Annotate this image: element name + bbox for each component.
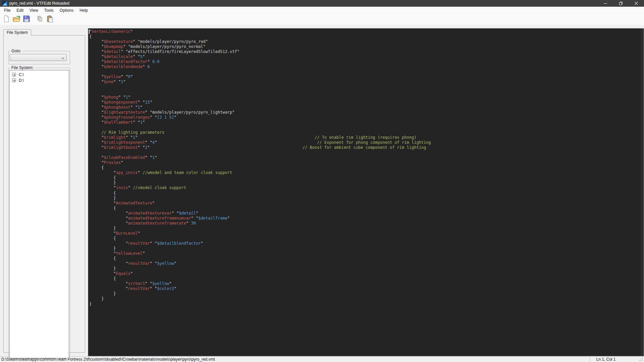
code-line: "animatedtexturevar" "$detail" [89, 211, 641, 216]
menu-item-view[interactable]: View [26, 7, 41, 14]
code-line: "$basetexture" "models/player/pyro/pyro_… [89, 39, 641, 44]
expand-plus-icon[interactable] [12, 73, 16, 76]
toolbar [0, 14, 644, 25]
code-line: "$cloakPassEnabled" "1" [89, 155, 641, 160]
code-line: "$halflambert" "1" [89, 120, 641, 125]
statusbar-grip-zone [622, 357, 644, 362]
chevron-down-icon [61, 55, 64, 61]
goto-group: Goto: [8, 51, 70, 64]
tree-item-c-drive[interactable]: C:\ [10, 72, 68, 77]
statusbar: D:\Steam\steamapps\common\Team Fortress … [0, 356, 644, 362]
close-button[interactable] [629, 0, 644, 7]
code-line: "$yellow" "0" [89, 74, 641, 79]
code-line: } [89, 266, 641, 271]
code-line: "$rimlightboost" "2" // Boost for ambien… [89, 145, 641, 150]
code-line: "AnimatedTexture" [89, 201, 641, 206]
code-line: "resultVar" "$yellow" [89, 261, 641, 266]
file-system-label: File System: [10, 65, 35, 70]
menu-item-options[interactable]: Options [57, 7, 76, 14]
code-line: "$phongfresnelranges" "[2 1 5]" [89, 115, 641, 120]
code-line: { [89, 236, 641, 241]
save-floppy-icon [23, 15, 30, 24]
code-line: "$bumpmap" "models/player/pyro/pyro_norm… [89, 44, 641, 49]
code-line: "$lightwarptexture" "models/player/pyro/… [89, 110, 641, 115]
code-line: { [89, 34, 641, 39]
code-line: { [89, 191, 641, 196]
copy-icon [36, 15, 44, 24]
tab-file-system[interactable]: File System [3, 29, 31, 36]
code-line: "$phongexponent" "15" [89, 100, 641, 105]
code-line: } [89, 196, 641, 201]
code-line: "spy_invis" //wmodel and team color cloa… [89, 170, 641, 175]
code-line: "invis" //vmodel cloak support [89, 185, 641, 190]
tree-item-d-drive[interactable]: D:\ [10, 77, 68, 83]
code-line: { [89, 276, 641, 281]
code-line: { [89, 165, 641, 170]
expand-plus-icon[interactable] [12, 78, 16, 82]
cursor-position: Ln 1, Col 1 [590, 357, 622, 362]
code-editor[interactable]: "VertexLitGeneric"{ "$basetexture" "mode… [88, 28, 644, 356]
app-window: pyro_red.vmt - VTFEdit Reloaded FileEdit… [0, 0, 644, 362]
code-line: "YellowLevel" [89, 251, 641, 256]
file-system-tree[interactable]: C:\D:\ [9, 70, 69, 358]
minimize-button[interactable] [598, 0, 613, 7]
code-line [89, 90, 641, 95]
menu-item-help[interactable]: Help [76, 7, 91, 14]
code-line: "$detailblendfactor" 0.0 [89, 59, 641, 64]
new-file-button[interactable] [1, 15, 11, 24]
code-line [89, 125, 641, 130]
goto-label: Goto: [10, 49, 22, 53]
code-line: } [89, 246, 641, 251]
code-line: "$detail" "effects/tiledfire/fireLayered… [89, 49, 641, 54]
code-line: "VertexLitGeneric" [89, 29, 641, 34]
copy-button [35, 15, 45, 24]
code-line: { [89, 256, 641, 261]
text-caret [89, 29, 90, 34]
code-line: "BurnLevel" [89, 231, 641, 236]
code-line [89, 69, 641, 74]
sidebar: File System Goto: File System: C:\D:\ [0, 25, 87, 356]
file-system-panel: Goto: File System: C:\D:\ [3, 35, 85, 353]
goto-combobox[interactable] [10, 54, 67, 61]
resize-grip[interactable] [639, 357, 643, 361]
code-line [89, 150, 641, 155]
code-line: } [89, 302, 641, 307]
code-area[interactable]: "VertexLitGeneric"{ "$basetexture" "mode… [88, 28, 641, 356]
code-line: "animatedtextureframerate" 30 [89, 221, 641, 226]
menubar: FileEditViewToolsOptionsHelp [0, 7, 644, 14]
code-line: } [89, 296, 641, 301]
menu-item-file[interactable]: File [1, 7, 13, 14]
open-file-button[interactable] [11, 15, 21, 24]
paste-button[interactable] [45, 15, 55, 24]
code-line: "srcVar1" "$yellow" [89, 281, 641, 286]
code-line: "$detailscale" "5" [89, 54, 641, 59]
new-file-icon [3, 15, 10, 24]
menu-item-tools[interactable]: Tools [41, 7, 57, 14]
code-line: "$phongboost" "1" [89, 105, 641, 110]
code-line: "resultVar" "$detailblendfactor" [89, 241, 641, 246]
window-title: pyro_red.vmt - VTFEdit Reloaded [9, 1, 69, 6]
code-line: // Rim lighting parameters [89, 130, 641, 135]
code-line: "$detailblendmode" 6 [89, 64, 641, 69]
code-line [89, 85, 641, 90]
code-line: } [89, 226, 641, 231]
code-line: } [89, 180, 641, 185]
app-icon[interactable] [2, 1, 7, 6]
close-icon [635, 2, 638, 5]
code-line: "$phong" "1" [89, 95, 641, 100]
menu-item-edit[interactable]: Edit [13, 7, 26, 14]
titlebar: pyro_red.vmt - VTFEdit Reloaded [0, 0, 644, 7]
code-line: "$rimlight" "1" // To enable rim lightin… [89, 135, 641, 140]
code-line: "Equals" [89, 271, 641, 276]
save-file-button[interactable] [21, 15, 32, 24]
paste-clipboard-icon [46, 15, 54, 24]
file-path: D:\Steam\steamapps\common\Team Fortress … [0, 357, 590, 362]
editor-scrollbar[interactable] [641, 28, 644, 356]
code-line: { [89, 175, 641, 180]
code-line: "resultVar" "$color2" [89, 286, 641, 291]
tree-item-label: D:\ [19, 78, 24, 83]
tree-connector [16, 80, 18, 80]
code-line: "Proxies" [89, 160, 641, 165]
restore-button[interactable] [613, 0, 629, 7]
code-line: "$one" "1" [89, 79, 641, 84]
